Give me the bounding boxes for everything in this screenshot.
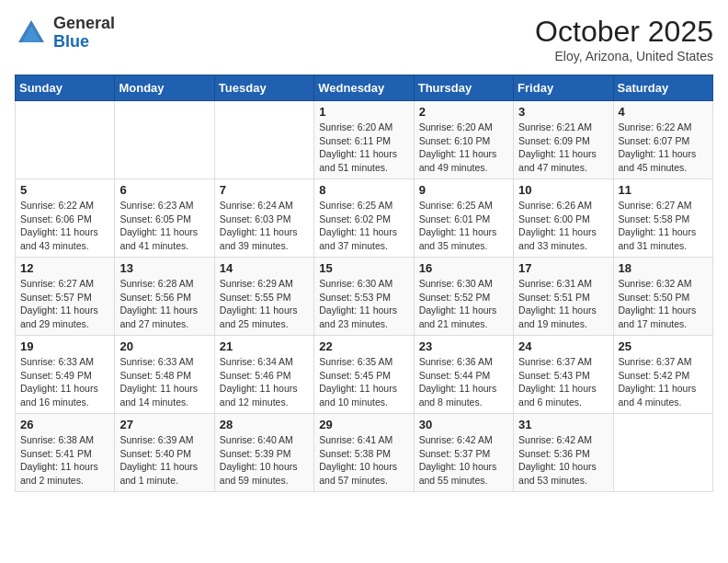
logo: General Blue (15, 15, 115, 52)
calendar-cell: 10Sunrise: 6:26 AM Sunset: 6:00 PM Dayli… (514, 179, 613, 258)
day-number: 2 (419, 105, 508, 119)
day-info: Sunrise: 6:28 AM Sunset: 5:56 PM Dayligh… (119, 277, 209, 331)
day-info: Sunrise: 6:36 AM Sunset: 5:44 PM Dayligh… (419, 355, 508, 409)
calendar-cell: 18Sunrise: 6:32 AM Sunset: 5:50 PM Dayli… (613, 258, 712, 336)
day-info: Sunrise: 6:25 AM Sunset: 6:02 PM Dayligh… (319, 199, 408, 253)
day-number: 13 (119, 261, 209, 275)
day-info: Sunrise: 6:26 AM Sunset: 6:00 PM Dayligh… (518, 199, 608, 253)
calendar-cell: 24Sunrise: 6:37 AM Sunset: 5:43 PM Dayli… (514, 336, 613, 414)
day-number: 1 (319, 105, 408, 119)
calendar-cell: 13Sunrise: 6:28 AM Sunset: 5:56 PM Dayli… (115, 258, 214, 336)
day-info: Sunrise: 6:42 AM Sunset: 5:36 PM Dayligh… (518, 433, 608, 488)
day-info: Sunrise: 6:22 AM Sunset: 6:07 PM Dayligh… (619, 121, 708, 175)
weekday-header: Monday (115, 75, 214, 101)
location-text: Eloy, Arizona, United States (535, 49, 713, 63)
day-info: Sunrise: 6:27 AM Sunset: 5:58 PM Dayligh… (619, 199, 708, 253)
day-number: 23 (419, 339, 508, 353)
weekday-header: Sunday (16, 75, 115, 101)
calendar-cell: 31Sunrise: 6:42 AM Sunset: 5:36 PM Dayli… (514, 414, 613, 492)
calendar-cell: 14Sunrise: 6:29 AM Sunset: 5:55 PM Dayli… (214, 258, 313, 336)
calendar-cell: 17Sunrise: 6:31 AM Sunset: 5:51 PM Dayli… (514, 258, 613, 336)
calendar-cell: 22Sunrise: 6:35 AM Sunset: 5:45 PM Dayli… (314, 336, 414, 414)
weekday-header: Thursday (414, 75, 513, 101)
day-info: Sunrise: 6:37 AM Sunset: 5:42 PM Dayligh… (619, 355, 708, 409)
day-info: Sunrise: 6:33 AM Sunset: 5:48 PM Dayligh… (119, 355, 209, 409)
weekday-header: Saturday (613, 75, 712, 101)
calendar-cell (16, 101, 115, 179)
month-title: October 2025 (535, 15, 713, 49)
calendar-cell: 26Sunrise: 6:38 AM Sunset: 5:41 PM Dayli… (16, 414, 115, 492)
logo-text: General Blue (53, 15, 115, 52)
day-info: Sunrise: 6:21 AM Sunset: 6:09 PM Dayligh… (518, 121, 608, 175)
day-number: 31 (518, 418, 608, 431)
day-number: 7 (220, 183, 309, 197)
day-number: 28 (220, 418, 309, 431)
day-number: 8 (319, 183, 408, 197)
day-info: Sunrise: 6:23 AM Sunset: 6:05 PM Dayligh… (119, 199, 209, 253)
day-number: 29 (319, 418, 408, 431)
day-number: 10 (518, 183, 608, 197)
day-info: Sunrise: 6:31 AM Sunset: 5:51 PM Dayligh… (518, 277, 608, 331)
day-number: 27 (119, 418, 209, 431)
day-info: Sunrise: 6:39 AM Sunset: 5:40 PM Dayligh… (119, 433, 209, 488)
day-info: Sunrise: 6:37 AM Sunset: 5:43 PM Dayligh… (518, 355, 608, 409)
calendar-cell: 11Sunrise: 6:27 AM Sunset: 5:58 PM Dayli… (613, 179, 712, 258)
day-number: 30 (419, 418, 508, 431)
calendar-cell: 7Sunrise: 6:24 AM Sunset: 6:03 PM Daylig… (214, 179, 313, 258)
weekday-header: Friday (514, 75, 613, 101)
calendar-cell (613, 414, 712, 492)
day-info: Sunrise: 6:38 AM Sunset: 5:41 PM Dayligh… (20, 433, 109, 488)
day-info: Sunrise: 6:27 AM Sunset: 5:57 PM Dayligh… (20, 277, 109, 331)
day-info: Sunrise: 6:29 AM Sunset: 5:55 PM Dayligh… (220, 277, 309, 331)
weekday-header: Tuesday (214, 75, 313, 101)
logo-icon (15, 17, 48, 50)
day-number: 25 (619, 339, 708, 353)
day-info: Sunrise: 6:41 AM Sunset: 5:38 PM Dayligh… (319, 433, 408, 488)
day-info: Sunrise: 6:33 AM Sunset: 5:49 PM Dayligh… (20, 355, 109, 409)
day-number: 12 (20, 261, 109, 275)
calendar-week-row: 1Sunrise: 6:20 AM Sunset: 6:11 PM Daylig… (16, 101, 713, 179)
calendar-cell: 25Sunrise: 6:37 AM Sunset: 5:42 PM Dayli… (613, 336, 712, 414)
calendar-cell: 4Sunrise: 6:22 AM Sunset: 6:07 PM Daylig… (613, 101, 712, 179)
day-number: 15 (319, 261, 408, 275)
calendar-cell: 16Sunrise: 6:30 AM Sunset: 5:52 PM Dayli… (414, 258, 513, 336)
day-number: 19 (20, 339, 109, 353)
day-info: Sunrise: 6:25 AM Sunset: 6:01 PM Dayligh… (419, 199, 508, 253)
calendar-cell: 20Sunrise: 6:33 AM Sunset: 5:48 PM Dayli… (115, 336, 214, 414)
day-number: 21 (220, 339, 309, 353)
calendar-cell: 12Sunrise: 6:27 AM Sunset: 5:57 PM Dayli… (16, 258, 115, 336)
page-header: General Blue October 2025 Eloy, Arizona,… (15, 15, 713, 63)
calendar-cell: 6Sunrise: 6:23 AM Sunset: 6:05 PM Daylig… (115, 179, 214, 258)
calendar-cell: 30Sunrise: 6:42 AM Sunset: 5:37 PM Dayli… (414, 414, 513, 492)
calendar-cell: 9Sunrise: 6:25 AM Sunset: 6:01 PM Daylig… (414, 179, 513, 258)
day-info: Sunrise: 6:35 AM Sunset: 5:45 PM Dayligh… (319, 355, 408, 409)
logo-general-text: General (53, 15, 115, 33)
calendar-cell: 5Sunrise: 6:22 AM Sunset: 6:06 PM Daylig… (16, 179, 115, 258)
calendar-body: 1Sunrise: 6:20 AM Sunset: 6:11 PM Daylig… (16, 101, 713, 492)
day-info: Sunrise: 6:20 AM Sunset: 6:11 PM Dayligh… (319, 121, 408, 175)
calendar-week-row: 26Sunrise: 6:38 AM Sunset: 5:41 PM Dayli… (16, 414, 713, 492)
calendar-cell: 21Sunrise: 6:34 AM Sunset: 5:46 PM Dayli… (214, 336, 313, 414)
day-number: 22 (319, 339, 408, 353)
day-number: 9 (419, 183, 508, 197)
calendar-cell: 8Sunrise: 6:25 AM Sunset: 6:02 PM Daylig… (314, 179, 414, 258)
calendar-cell: 1Sunrise: 6:20 AM Sunset: 6:11 PM Daylig… (314, 101, 414, 179)
calendar-cell: 27Sunrise: 6:39 AM Sunset: 5:40 PM Dayli… (115, 414, 214, 492)
calendar-table: SundayMondayTuesdayWednesdayThursdayFrid… (15, 75, 713, 492)
day-number: 4 (619, 105, 708, 119)
day-info: Sunrise: 6:30 AM Sunset: 5:53 PM Dayligh… (319, 277, 408, 331)
day-info: Sunrise: 6:40 AM Sunset: 5:39 PM Dayligh… (220, 433, 309, 488)
day-info: Sunrise: 6:34 AM Sunset: 5:46 PM Dayligh… (220, 355, 309, 409)
day-number: 17 (518, 261, 608, 275)
calendar-cell: 19Sunrise: 6:33 AM Sunset: 5:49 PM Dayli… (16, 336, 115, 414)
day-info: Sunrise: 6:22 AM Sunset: 6:06 PM Dayligh… (20, 199, 109, 253)
day-info: Sunrise: 6:24 AM Sunset: 6:03 PM Dayligh… (220, 199, 309, 253)
day-number: 16 (419, 261, 508, 275)
day-number: 26 (20, 418, 109, 431)
calendar-cell: 29Sunrise: 6:41 AM Sunset: 5:38 PM Dayli… (314, 414, 414, 492)
calendar-cell: 2Sunrise: 6:20 AM Sunset: 6:10 PM Daylig… (414, 101, 513, 179)
day-number: 5 (20, 183, 109, 197)
day-info: Sunrise: 6:42 AM Sunset: 5:37 PM Dayligh… (419, 433, 508, 488)
calendar-cell (115, 101, 214, 179)
calendar-header: SundayMondayTuesdayWednesdayThursdayFrid… (16, 75, 713, 101)
